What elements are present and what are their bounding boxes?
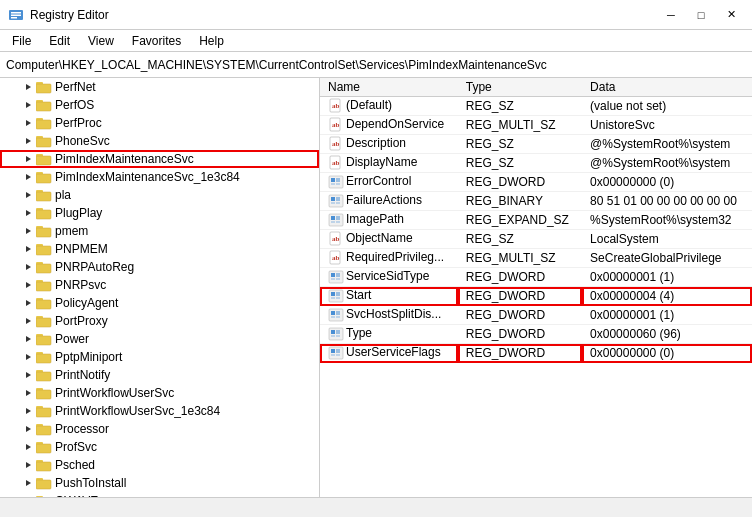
cell-type: REG_DWORD: [458, 173, 582, 192]
left-pane[interactable]: PerfNet PerfOS PerfProc PhoneSvc PimInde…: [0, 78, 320, 497]
tree-item-printwork[interactable]: PrintWorkflowUserSvc: [0, 384, 319, 402]
svg-rect-148: [336, 330, 340, 334]
tree-expand-arrow[interactable]: [20, 493, 36, 497]
table-row[interactable]: FailureActionsREG_BINARY80 51 01 00 00 0…: [320, 192, 752, 211]
folder-icon: [36, 367, 52, 383]
tree-expand-arrow[interactable]: [20, 421, 36, 437]
tree-expand-arrow[interactable]: [20, 331, 36, 347]
cell-name: ab DisplayName: [320, 154, 458, 173]
tree-expand-arrow[interactable]: [20, 403, 36, 419]
svg-rect-119: [336, 197, 340, 201]
table-row[interactable]: ab DescriptionREG_SZ@%SystemRoot%\system: [320, 135, 752, 154]
table-row[interactable]: ImagePathREG_EXPAND_SZ%SystemRoot%\syste…: [320, 211, 752, 230]
tree-item-printwork84[interactable]: PrintWorkflowUserSvc_1e3c84: [0, 402, 319, 420]
folder-icon: [36, 223, 52, 239]
table-row[interactable]: ErrorControlREG_DWORD0x00000000 (0): [320, 173, 752, 192]
close-button[interactable]: ✕: [718, 5, 744, 25]
tree-item-policyagent[interactable]: PolicyAgent: [0, 294, 319, 312]
app-title: Registry Editor: [30, 8, 109, 22]
svg-marker-56: [26, 318, 31, 324]
tree-item-pptpmini[interactable]: PptpMiniport: [0, 348, 319, 366]
tree-expand-arrow[interactable]: [20, 169, 36, 185]
table-row[interactable]: TypeREG_DWORD0x00000060 (96): [320, 325, 752, 344]
svg-text:ab: ab: [332, 121, 340, 129]
svg-rect-93: [36, 480, 51, 489]
table-row[interactable]: UserServiceFlagsREG_DWORD0x00000000 (0): [320, 344, 752, 363]
folder-icon: [36, 115, 52, 131]
table-row[interactable]: ab DependOnServiceREG_MULTI_SZUnistoreSv…: [320, 116, 752, 135]
tree-item-plugplay[interactable]: PlugPlay: [0, 204, 319, 222]
menu-view[interactable]: View: [80, 32, 122, 50]
tree-expand-arrow[interactable]: [20, 367, 36, 383]
tree-item-phonesvc[interactable]: PhoneSvc: [0, 132, 319, 150]
menu-help[interactable]: Help: [191, 32, 232, 50]
folder-icon: [36, 169, 52, 185]
tree-expand-arrow[interactable]: [20, 475, 36, 491]
maximize-button[interactable]: □: [688, 5, 714, 25]
menu-favorites[interactable]: Favorites: [124, 32, 189, 50]
tree-expand-arrow[interactable]: [20, 205, 36, 221]
cell-data: 0x00000004 (4): [582, 287, 752, 306]
tree-expand-arrow[interactable]: [20, 187, 36, 203]
tree-expand-arrow[interactable]: [20, 295, 36, 311]
tree-item-printnotify[interactable]: PrintNotify: [0, 366, 319, 384]
svg-marker-20: [26, 156, 31, 162]
svg-rect-57: [36, 318, 51, 327]
tree-item-processor[interactable]: Processor: [0, 420, 319, 438]
right-pane[interactable]: Name Type Data ab (Default)REG_SZ(value …: [320, 78, 752, 497]
table-row[interactable]: StartREG_DWORD0x00000004 (4): [320, 287, 752, 306]
tree-expand-arrow[interactable]: [20, 277, 36, 293]
tree-expand-arrow[interactable]: [20, 385, 36, 401]
menu-file[interactable]: File: [4, 32, 39, 50]
table-header-row: Name Type Data: [320, 78, 752, 97]
svg-rect-120: [331, 202, 335, 204]
menu-edit[interactable]: Edit: [41, 32, 78, 50]
tree-item-pla[interactable]: pla: [0, 186, 319, 204]
tree-expand-arrow[interactable]: [20, 223, 36, 239]
tree-expand-arrow[interactable]: [20, 457, 36, 473]
tree-item-pmem[interactable]: pmem: [0, 222, 319, 240]
tree-item-pushtoinstall[interactable]: PushToInstall: [0, 474, 319, 492]
tree-item-pnrpauto[interactable]: PNRPAutoReg: [0, 258, 319, 276]
svg-rect-121: [336, 202, 340, 204]
table-row[interactable]: ab ObjectNameREG_SZLocalSystem: [320, 230, 752, 249]
tree-item-perfnet[interactable]: PerfNet: [0, 78, 319, 96]
svg-marker-40: [26, 246, 31, 252]
tree-item-pnrpsvc[interactable]: PNRPsvc: [0, 276, 319, 294]
tree-item-profsvc[interactable]: ProfSvc: [0, 438, 319, 456]
tree-expand-arrow[interactable]: [20, 97, 36, 113]
table-row[interactable]: ab RequiredPrivileg...REG_MULTI_SZSeCrea…: [320, 249, 752, 268]
table-row[interactable]: ServiceSidTypeREG_DWORD0x00000001 (1): [320, 268, 752, 287]
tree-expand-arrow[interactable]: [20, 439, 36, 455]
tree-item-psched[interactable]: Psched: [0, 456, 319, 474]
tree-item-qwave[interactable]: QWAVE: [0, 492, 319, 497]
tree-expand-arrow[interactable]: [20, 259, 36, 275]
tree-expand-arrow[interactable]: [20, 241, 36, 257]
folder-icon: [36, 133, 52, 149]
tree-expand-arrow[interactable]: [20, 79, 36, 95]
cell-type: REG_SZ: [458, 135, 582, 154]
tree-item-pnpmem[interactable]: PNPMEM: [0, 240, 319, 258]
table-row[interactable]: ab DisplayNameREG_SZ@%SystemRoot%\system: [320, 154, 752, 173]
svg-rect-118: [331, 197, 335, 201]
tree-expand-arrow[interactable]: [20, 151, 36, 167]
tree-item-perfos[interactable]: PerfOS: [0, 96, 319, 114]
minimize-button[interactable]: ─: [658, 5, 684, 25]
tree-item-pimindex[interactable]: PimIndexMaintenanceSvc: [0, 150, 319, 168]
tree-item-power[interactable]: Power: [0, 330, 319, 348]
tree-expand-arrow[interactable]: [20, 133, 36, 149]
tree-expand-arrow[interactable]: [20, 349, 36, 365]
tree-item-portproxy[interactable]: PortProxy: [0, 312, 319, 330]
svg-marker-68: [26, 372, 31, 378]
folder-icon: [36, 349, 52, 365]
tree-expand-arrow[interactable]: [20, 115, 36, 131]
svg-rect-86: [36, 442, 43, 445]
tree-expand-arrow[interactable]: [20, 313, 36, 329]
tree-item-perfproc[interactable]: PerfProc: [0, 114, 319, 132]
tree-label: PimIndexMaintenanceSvc: [55, 152, 194, 166]
tree-item-pimindex84[interactable]: PimIndexMaintenanceSvc_1e3c84: [0, 168, 319, 186]
svg-marker-16: [26, 138, 31, 144]
table-row[interactable]: SvcHostSplitDis...REG_DWORD0x00000001 (1…: [320, 306, 752, 325]
svg-rect-54: [36, 298, 43, 301]
table-row[interactable]: ab (Default)REG_SZ(value not set): [320, 97, 752, 116]
